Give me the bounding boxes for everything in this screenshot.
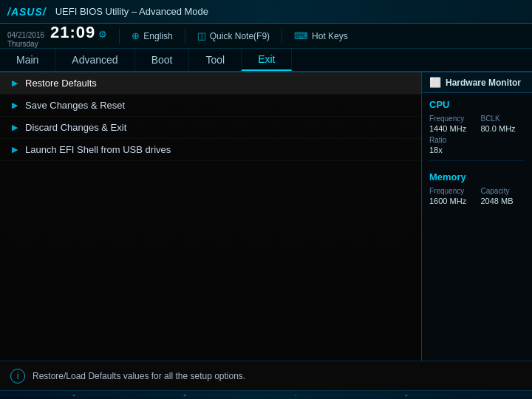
mem-freq-label: Frequency: [429, 187, 474, 195]
mem-row: Frequency 1600 MHz Capacity 2048 MB: [422, 185, 532, 207]
date-line1: 04/21/2016: [7, 31, 44, 40]
asus-logo: /ASUS/: [7, 6, 47, 18]
divider-3: [282, 29, 282, 44]
menu-save-reset[interactable]: ▶ Save Changes & Reset: [0, 95, 421, 117]
status-message: Restore/Load Defaults values for all the…: [33, 371, 245, 381]
nav-tool[interactable]: Tool: [189, 49, 242, 71]
language-selector[interactable]: ⊕ English: [132, 30, 172, 41]
cpu-ratio-col: Ratio 18x: [429, 136, 525, 154]
arrow-icon-1: ▶: [12, 78, 18, 88]
status-bar: i Restore/Load Defaults values for all t…: [0, 361, 532, 390]
mem-freq-value: 1600 MHz: [429, 197, 474, 205]
language-icon: ⊕: [132, 30, 140, 41]
menu-discard-exit[interactable]: ▶ Discard Changes & Exit: [0, 117, 421, 139]
menu-item-label-1: Restore Defaults: [25, 78, 97, 89]
nav-exit[interactable]: Exit: [242, 49, 292, 71]
info-bar: 04/21/2016 Thursday 21:09 ⚙ ⊕ English ◫ …: [0, 24, 532, 49]
cpu-freq-col: Frequency 1440 MHz: [429, 115, 474, 133]
svg-point-24: [73, 394, 75, 396]
svg-point-27: [406, 394, 408, 396]
divider-1: [119, 29, 120, 44]
svg-point-25: [184, 394, 186, 396]
nav-advanced[interactable]: Advanced: [55, 49, 134, 71]
bottom-decoration: [0, 390, 532, 399]
mem-cap-value: 2048 MB: [481, 197, 525, 205]
cpu-freq-value: 1440 MHz: [429, 124, 474, 133]
mem-cap-label: Capacity: [481, 187, 525, 195]
menu-restore-defaults[interactable]: ▶ Restore Defaults: [0, 72, 421, 95]
cpu-bclk-col: BCLK 80.0 MHz: [481, 115, 525, 133]
cpu-ratio-label: Ratio: [429, 136, 525, 144]
status-info-icon: i: [10, 369, 25, 383]
nav-boot[interactable]: Boot: [135, 49, 190, 71]
nav-bar: Main Advanced Boot Tool Exit: [0, 49, 532, 72]
hw-monitor-header: ⬜ Hardware Monitor: [422, 72, 532, 93]
nav-main[interactable]: Main: [0, 49, 55, 71]
menu-item-label-2: Save Changes & Reset: [25, 100, 125, 111]
datetime-block: 04/21/2016 Thursday 21:09 ⚙: [7, 23, 107, 49]
menu-panel: ▶ Restore Defaults ▶ Save Changes & Rese…: [0, 72, 421, 361]
cpu-bclk-label: BCLK: [481, 115, 525, 123]
hardware-monitor-panel: ⬜ Hardware Monitor CPU Frequency 1440 MH…: [421, 72, 532, 361]
mem-cap-col: Capacity 2048 MB: [481, 187, 525, 205]
hotkey-icon: ⌨: [294, 30, 308, 41]
menu-launch-efi[interactable]: ▶ Launch EFI Shell from USB drives: [0, 139, 421, 161]
mem-freq-col: Frequency 1600 MHz: [429, 187, 474, 205]
hotkeys-label: Hot Keys: [312, 31, 348, 41]
time-settings-icon[interactable]: ⚙: [98, 29, 107, 40]
date-line2: Thursday: [7, 40, 44, 49]
monitor-icon: ⬜: [429, 77, 441, 88]
menu-item-label-4: Launch EFI Shell from USB drives: [25, 144, 171, 155]
arrow-icon-4: ▶: [12, 145, 18, 154]
memory-section-title: Memory: [422, 166, 532, 185]
hw-monitor-title: Hardware Monitor: [446, 78, 521, 88]
divider-2: [185, 29, 185, 44]
hw-divider: [429, 160, 525, 161]
arrow-icon-3: ▶: [12, 123, 18, 132]
cpu-freq-row: Frequency 1440 MHz BCLK 80.0 MHz: [422, 113, 532, 134]
note-icon: ◫: [197, 30, 206, 41]
cpu-ratio-row: Ratio 18x: [422, 134, 532, 156]
hotkeys-button[interactable]: ⌨ Hot Keys: [294, 30, 348, 41]
cpu-section-title: CPU: [422, 93, 532, 113]
title-text: UEFI BIOS Utility – Advanced Mode: [55, 6, 208, 17]
menu-item-label-3: Discard Changes & Exit: [25, 122, 126, 133]
title-bar: /ASUS/ UEFI BIOS Utility – Advanced Mode: [0, 0, 532, 24]
svg-point-26: [295, 394, 297, 396]
language-label: English: [143, 31, 172, 41]
cpu-bclk-value: 80.0 MHz: [481, 124, 525, 133]
quick-note-label: Quick Note(F9): [210, 31, 270, 41]
cpu-ratio-value: 18x: [429, 146, 525, 154]
quick-note-button[interactable]: ◫ Quick Note(F9): [197, 30, 270, 41]
main-area: ▶ Restore Defaults ▶ Save Changes & Rese…: [0, 72, 532, 361]
arrow-icon-2: ▶: [12, 100, 18, 110]
cpu-freq-label: Frequency: [429, 115, 474, 123]
time-display: 21:09: [50, 23, 95, 42]
